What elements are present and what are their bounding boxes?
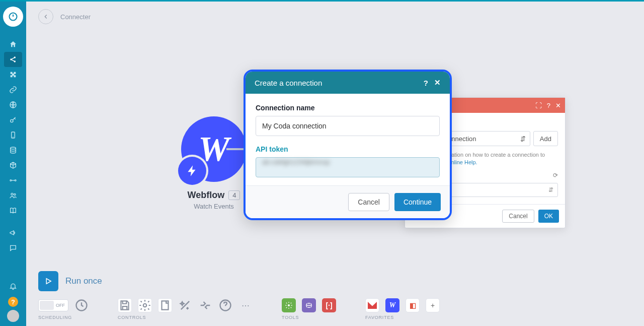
dialog-cancel-button[interactable]: Cancel bbox=[348, 193, 389, 211]
dialog-close-icon[interactable]: ✕ bbox=[434, 78, 441, 87]
left-sidebar: ? bbox=[0, 2, 26, 326]
dialog-header: Create a connection ? ✕ bbox=[246, 72, 450, 94]
svg-point-13 bbox=[143, 304, 147, 307]
svg-point-5 bbox=[11, 119, 13, 122]
tools-group-label: TOOLS bbox=[282, 315, 336, 320]
key-icon[interactable] bbox=[4, 112, 22, 127]
message-icon[interactable] bbox=[4, 240, 22, 255]
avatar[interactable] bbox=[7, 310, 19, 322]
svg-point-11 bbox=[14, 193, 16, 195]
link-icon[interactable] bbox=[4, 82, 22, 97]
favorites-group-label: FAVORITES bbox=[365, 315, 440, 320]
toggle-label: OFF bbox=[56, 303, 65, 308]
run-once-button[interactable] bbox=[38, 271, 58, 291]
chevron-updown-icon: ⇵ bbox=[548, 186, 553, 193]
module-subtitle: Watch Events bbox=[194, 203, 234, 210]
connection-name-input[interactable] bbox=[256, 116, 440, 136]
align-icon[interactable] bbox=[198, 298, 212, 312]
megaphone-icon[interactable] bbox=[4, 225, 22, 240]
globe-icon[interactable] bbox=[4, 97, 22, 112]
favorite-gmail[interactable] bbox=[365, 298, 379, 312]
panel-cancel-button[interactable]: Cancel bbox=[502, 210, 534, 223]
favorite-coda[interactable]: ◧ bbox=[406, 298, 420, 312]
add-favorite-button[interactable]: + bbox=[426, 298, 440, 312]
api-token-input[interactable]: ab-cdefgh1234ijklmnop bbox=[256, 157, 440, 177]
svg-point-8 bbox=[10, 180, 12, 181]
module-badge: 4 bbox=[228, 190, 240, 200]
dialog-continue-button[interactable]: Continue bbox=[394, 193, 441, 211]
scheduling-group-label: SCHEDULING bbox=[38, 315, 89, 320]
help-icon[interactable]: ? bbox=[8, 297, 18, 307]
magic-wand-icon[interactable] bbox=[178, 298, 192, 312]
chevron-updown-icon: ⇵ bbox=[520, 135, 526, 143]
back-button[interactable] bbox=[38, 9, 53, 24]
panel-close-icon[interactable]: ✕ bbox=[555, 102, 561, 109]
expand-icon[interactable]: ⛶ bbox=[535, 102, 542, 109]
svg-point-15 bbox=[288, 304, 290, 306]
page-header: Connecter bbox=[26, 2, 644, 32]
svg-point-10 bbox=[11, 193, 13, 195]
note-icon[interactable] bbox=[158, 298, 172, 312]
lightning-icon bbox=[178, 157, 206, 185]
users-icon[interactable] bbox=[4, 188, 22, 203]
create-connection-dialog: Create a connection ? ✕ Connection name … bbox=[244, 70, 452, 220]
tool-flow-app[interactable] bbox=[302, 298, 316, 312]
gear-icon[interactable] bbox=[138, 298, 152, 312]
api-token-label: API token bbox=[256, 145, 440, 153]
save-icon[interactable] bbox=[118, 298, 132, 312]
add-connection-button[interactable]: Add bbox=[533, 131, 558, 146]
breadcrumb: Connecter bbox=[60, 13, 91, 21]
svg-point-9 bbox=[15, 180, 16, 181]
panel-help-icon[interactable]: ? bbox=[547, 102, 550, 109]
bell-icon[interactable] bbox=[4, 279, 22, 294]
bottom-toolbar: Run once OFF SCHEDULING bbox=[38, 271, 638, 320]
database-icon[interactable] bbox=[4, 143, 22, 158]
connection-name-label: Connection name bbox=[256, 104, 440, 112]
more-icon[interactable]: ⋯ bbox=[238, 298, 253, 312]
book-icon[interactable] bbox=[4, 203, 22, 218]
scenario-canvas: W Webflow 4 Watch Events Create a Row ⛶ … bbox=[26, 32, 644, 326]
mobile-icon[interactable] bbox=[4, 127, 22, 143]
favorite-webflow[interactable]: W bbox=[385, 298, 399, 312]
refresh-icon[interactable]: ⟳ bbox=[553, 172, 558, 179]
dialog-title: Create a connection bbox=[255, 79, 322, 87]
home-icon[interactable] bbox=[4, 37, 22, 52]
dialog-help-icon[interactable]: ? bbox=[424, 79, 428, 87]
module-title: Webflow bbox=[188, 190, 225, 201]
run-once-label: Run once bbox=[65, 276, 102, 286]
controls-group-label: CONTROLS bbox=[118, 315, 253, 320]
api-token-value: ab-cdefgh1234ijklmnop bbox=[262, 158, 330, 166]
tool-gear-app[interactable] bbox=[282, 298, 296, 312]
scheduling-toggle[interactable]: OFF bbox=[38, 299, 68, 311]
svg-point-7 bbox=[11, 147, 16, 149]
tool-text-app[interactable]: [·] bbox=[322, 298, 336, 312]
control-help-icon[interactable] bbox=[218, 298, 232, 312]
clock-icon[interactable] bbox=[74, 298, 89, 312]
panel-ok-button[interactable]: OK bbox=[538, 210, 559, 223]
node-icon[interactable] bbox=[4, 173, 22, 188]
cube-icon[interactable] bbox=[4, 158, 22, 173]
app-logo[interactable] bbox=[3, 7, 23, 27]
puzzle-icon[interactable] bbox=[4, 67, 22, 82]
share-icon[interactable] bbox=[4, 52, 22, 67]
